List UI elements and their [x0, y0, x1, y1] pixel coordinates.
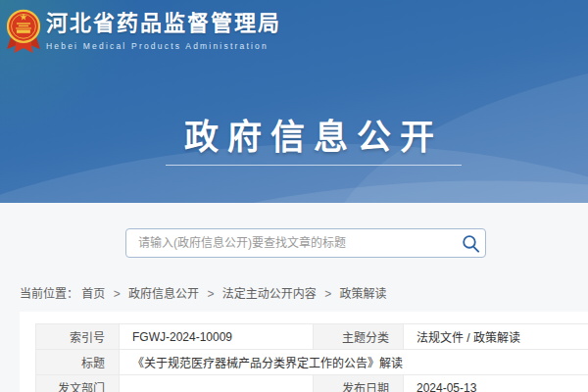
breadcrumb-item-home[interactable]: 首页	[81, 287, 105, 301]
breadcrumb-separator: >	[207, 287, 214, 301]
table-row-title: 标题 《关于规范医疗器械产品分类界定工作的公告》解读	[36, 350, 588, 375]
issuing-department-value	[120, 375, 314, 392]
publish-date-value: 2024-05-13	[404, 375, 588, 392]
table-row-department: 发文部门 发布日期 2024-05-13	[36, 375, 588, 392]
doc-title-label: 标题	[36, 350, 120, 375]
topic-category-label: 主题分类	[314, 324, 404, 350]
breadcrumb-item-policy-interpretation[interactable]: 政策解读	[340, 287, 387, 301]
search-button[interactable]	[456, 229, 485, 257]
breadcrumb: 当前位置： 首页 > 政府信息公开 > 法定主动公开内容 > 政策解读	[20, 284, 387, 301]
breadcrumb-item-gov-info[interactable]: 政府信息公开	[128, 287, 199, 301]
page: 河北省药品监督管理局 Hebei Medical Products Admini…	[0, 0, 588, 392]
breadcrumb-prefix: 当前位置：	[20, 287, 78, 301]
site-banner: 河北省药品监督管理局 Hebei Medical Products Admini…	[0, 0, 588, 203]
publish-date-label: 发布日期	[314, 375, 404, 392]
table-row-index: 索引号 FGWJ-2024-10009 主题分类 法规文件 / 政策解读	[36, 324, 588, 350]
index-number-value: FGWJ-2024-10009	[120, 324, 314, 350]
banner-swoosh-decoration	[0, 160, 588, 203]
title-underline-divider	[166, 165, 462, 166]
topic-category-value: 法规文件 / 政策解读	[404, 324, 588, 350]
issuing-department-label: 发文部门	[36, 375, 120, 392]
index-number-label: 索引号	[36, 324, 120, 350]
breadcrumb-separator: >	[114, 287, 121, 301]
site-title-english: Hebei Medical Products Administration	[46, 40, 281, 52]
search-input[interactable]	[126, 229, 456, 257]
doc-title-value: 《关于规范医疗器械产品分类界定工作的公告》解读	[120, 350, 588, 375]
site-title-group: 河北省药品监督管理局 Hebei Medical Products Admini…	[46, 9, 281, 55]
document-meta-table: 索引号 FGWJ-2024-10009 主题分类 法规文件 / 政策解读 标题 …	[35, 323, 588, 392]
site-logo[interactable]: 河北省药品监督管理局 Hebei Medical Products Admini…	[7, 9, 281, 55]
breadcrumb-item-statutory-disclosure[interactable]: 法定主动公开内容	[222, 287, 317, 301]
article-search-box	[125, 228, 486, 258]
document-meta-card: 索引号 FGWJ-2024-10009 主题分类 法规文件 / 政策解读 标题 …	[20, 312, 588, 392]
banner-swoosh-decoration	[307, 13, 588, 203]
site-title-chinese: 河北省药品监督管理局	[46, 9, 281, 38]
search-icon	[462, 234, 480, 253]
china-national-emblem-icon	[7, 9, 40, 55]
page-title: 政府信息公开	[184, 109, 443, 159]
breadcrumb-separator: >	[324, 287, 331, 301]
